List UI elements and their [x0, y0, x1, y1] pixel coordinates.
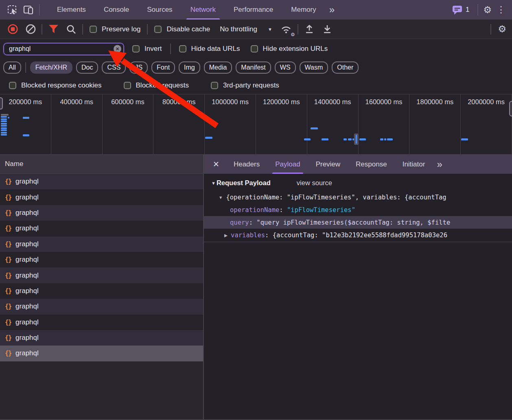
network-main-area: Name {}graphql{}graphql{}graphql{}graphq…: [0, 155, 512, 420]
network-settings-gear-icon[interactable]: ⚙: [498, 24, 506, 35]
blocked-requests-label: Blocked requests: [136, 81, 189, 90]
payload-segment: variables: [231, 232, 265, 239]
checkbox[interactable]: [132, 45, 140, 52]
waterfall-bar: [359, 138, 366, 140]
clear-network-log-icon[interactable]: [24, 22, 37, 36]
tab-console[interactable]: Console: [95, 0, 138, 20]
chip-all[interactable]: All: [3, 61, 21, 74]
chip-css[interactable]: CSS: [102, 61, 126, 74]
chip-ws[interactable]: WS: [275, 61, 296, 74]
network-overview-timeline[interactable]: 200000 ms400000 ms600000 ms800000 ms1000…: [0, 94, 512, 155]
record-network-log-icon[interactable]: [6, 22, 20, 36]
checkbox[interactable]: [251, 45, 258, 52]
checkbox[interactable]: [124, 82, 131, 89]
hide-data-urls-checkbox[interactable]: Hide data URLs: [177, 45, 243, 53]
devtools-tabs: ElementsConsoleSourcesNetworkPerformance…: [48, 0, 325, 20]
network-conditions-icon[interactable]: ⚙: [280, 22, 293, 36]
preserve-log-checkbox[interactable]: Preserve log: [87, 25, 143, 33]
blocked-requests-checkbox[interactable]: Blocked requests: [121, 81, 191, 90]
detail-tab-preview[interactable]: Preview: [308, 155, 348, 174]
tab-elements[interactable]: Elements: [48, 0, 95, 20]
inspect-element-icon[interactable]: [4, 2, 20, 18]
json-braces-icon: {}: [5, 178, 11, 185]
chip-wasm[interactable]: Wasm: [300, 61, 328, 74]
waterfall-bar: [1, 125, 7, 127]
request-row[interactable]: {}graphql: [0, 189, 203, 205]
waterfall-bar: [304, 138, 311, 140]
checkbox[interactable]: [9, 82, 16, 89]
search-icon[interactable]: [64, 22, 78, 36]
throttling-dropdown[interactable]: No throttling ▼: [217, 25, 276, 33]
devtools-window: ElementsConsoleSourcesNetworkPerformance…: [0, 0, 512, 420]
chip-js[interactable]: JS: [129, 61, 148, 74]
payload-line[interactable]: ▼{operationName: "ipFlowTimeseries", var…: [204, 191, 512, 203]
view-source-link[interactable]: view source: [297, 179, 332, 187]
filter-input[interactable]: [3, 43, 124, 55]
request-payload-title: Request Payload: [217, 179, 271, 187]
chip-manifest[interactable]: Manifest: [236, 61, 271, 74]
timeline-right-grip[interactable]: [509, 101, 512, 116]
expander-open-icon[interactable]: ▼: [219, 195, 223, 200]
name-column-header[interactable]: Name: [0, 155, 203, 174]
device-toolbar-icon[interactable]: [20, 2, 37, 18]
chip-doc[interactable]: Doc: [76, 61, 98, 74]
request-row[interactable]: {}graphql: [0, 252, 203, 267]
invert-checkbox[interactable]: Invert: [130, 45, 164, 53]
chip-media[interactable]: Media: [204, 61, 232, 74]
3rd-party-requests-checkbox[interactable]: 3rd-party requests: [208, 81, 282, 90]
request-row[interactable]: {}graphql: [0, 174, 203, 189]
request-payload-section[interactable]: ▼ Request Payload view source: [204, 179, 512, 191]
request-row[interactable]: {}graphql: [0, 221, 203, 236]
detail-tab-headers[interactable]: Headers: [226, 155, 267, 174]
detail-tab-payload[interactable]: Payload: [267, 155, 308, 174]
close-detail-icon[interactable]: ✕: [206, 160, 226, 169]
checkbox[interactable]: [211, 82, 218, 89]
detail-tab-response[interactable]: Response: [348, 155, 395, 174]
chip-font[interactable]: Font: [151, 61, 175, 74]
chip-other[interactable]: Other: [332, 61, 359, 74]
tab-performance[interactable]: Performance: [225, 0, 282, 20]
payload-segment: : {accountTag: "b12e3b2192ee5588fdad9951…: [265, 232, 447, 239]
disable-cache-checkbox[interactable]: Disable cache: [152, 25, 212, 33]
section-expander-icon[interactable]: ▼: [211, 181, 216, 186]
tab-memory[interactable]: Memory: [282, 0, 325, 20]
filter-icon[interactable]: [46, 22, 60, 36]
request-row[interactable]: {}graphql: [0, 330, 203, 346]
export-har-icon[interactable]: [320, 22, 334, 36]
chip-img[interactable]: Img: [179, 61, 200, 74]
divider: [298, 24, 298, 35]
checkbox[interactable]: [90, 26, 97, 33]
payload-line[interactable]: operationName: "ipFlowTimeseries": [204, 203, 512, 216]
settings-gear-icon[interactable]: ⚙: [483, 4, 492, 15]
request-row[interactable]: {}graphql: [0, 299, 203, 314]
checkbox[interactable]: [179, 45, 186, 52]
detail-more-tabs-icon[interactable]: »: [433, 159, 445, 170]
request-row[interactable]: {}graphql: [0, 236, 203, 252]
request-row[interactable]: {}graphql: [0, 315, 203, 330]
tab-network[interactable]: Network: [182, 0, 225, 20]
checkbox[interactable]: [154, 26, 162, 33]
hide-extension-urls-checkbox[interactable]: Hide extension URLs: [248, 45, 330, 53]
blocked-response-cookies-checkbox[interactable]: Blocked response cookies: [7, 81, 104, 90]
payload-line[interactable]: query: "query ipFlowTimeseries($accountT…: [204, 216, 512, 229]
waterfall-bar: [322, 138, 328, 140]
request-row[interactable]: {}graphql: [0, 205, 203, 221]
import-har-icon[interactable]: [302, 22, 316, 36]
clear-filter-icon[interactable]: ✕: [114, 45, 121, 53]
chip-fetch-xhr[interactable]: Fetch/XHR: [30, 61, 72, 74]
request-row[interactable]: {}graphql: [0, 346, 203, 361]
request-row[interactable]: {}graphql: [0, 283, 203, 299]
tab-sources[interactable]: Sources: [138, 0, 181, 20]
more-tabs-icon[interactable]: »: [325, 4, 338, 15]
timeline-left-grip[interactable]: [0, 97, 3, 109]
expander-closed-icon[interactable]: ▶: [224, 233, 228, 238]
issues-counter[interactable]: 1: [449, 4, 473, 15]
detail-tab-initiator[interactable]: Initiator: [395, 155, 433, 174]
kebab-menu-icon[interactable]: ⋮: [494, 4, 508, 15]
request-row[interactable]: {}graphql: [0, 267, 203, 283]
payload-line[interactable]: ▶variables: {accountTag: "b12e3b2192ee55…: [204, 229, 512, 241]
divider: [42, 24, 42, 35]
chevron-down-icon: ▼: [268, 27, 272, 32]
waterfall-bar: [23, 117, 29, 119]
waterfall-bar: [1, 132, 7, 133]
